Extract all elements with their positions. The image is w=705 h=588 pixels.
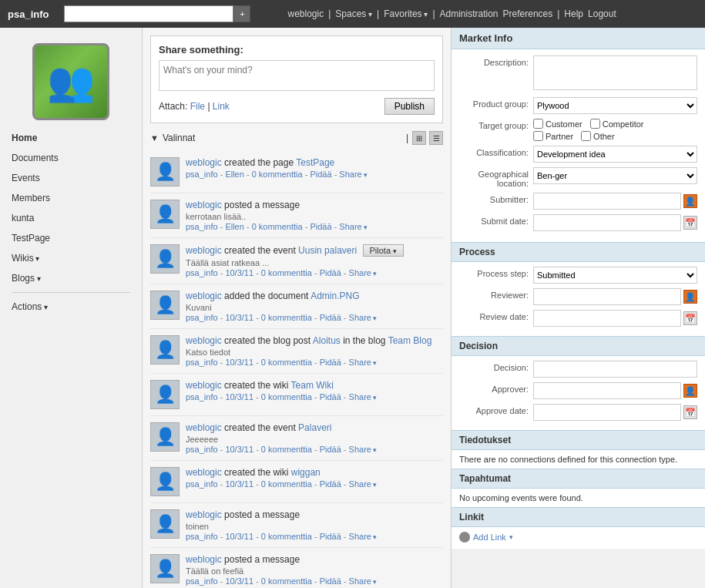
grid-view-icon[interactable]: ⊞ [412, 131, 426, 145]
nav-logout[interactable]: Logout [588, 8, 616, 19]
reviewer-input[interactable] [533, 288, 681, 305]
sidebar-item-home[interactable]: Home [0, 128, 142, 148]
target-link[interactable]: Uusin palaveri [298, 245, 357, 256]
pidaa-link[interactable]: Pidää [320, 268, 341, 277]
other-checkbox[interactable] [581, 131, 591, 141]
user-link[interactable]: weblogic [186, 335, 222, 346]
pidaa-link[interactable]: Pidää [320, 479, 341, 489]
customer-checkbox[interactable] [533, 119, 543, 129]
sidebar-item-wikis[interactable]: Wikis [0, 248, 142, 268]
comments-link[interactable]: 0 kommenttia [261, 358, 312, 367]
pidaa-link[interactable]: Pidää [320, 358, 341, 367]
date-link[interactable]: 10/3/11 [225, 313, 253, 322]
approve-date-calendar-icon[interactable]: 📅 [683, 405, 697, 419]
comments-link[interactable]: 0 kommenttia [261, 479, 312, 489]
target-link[interactable]: Aloitus [313, 335, 341, 346]
share-dropdown[interactable]: Share [349, 268, 378, 277]
publish-button[interactable]: Publish [384, 98, 435, 115]
share-dropdown[interactable]: Share [349, 445, 378, 454]
space-link[interactable]: psa_info [186, 445, 218, 454]
nav-favorites[interactable]: Favorites [384, 8, 428, 19]
pidaa-link[interactable]: Pidää [310, 170, 331, 179]
share-dropdown[interactable]: Share [339, 222, 368, 231]
share-dropdown[interactable]: Share [349, 479, 378, 489]
nav-weblogic[interactable]: weblogic [287, 8, 324, 19]
share-dropdown[interactable]: Share [339, 170, 368, 179]
sidebar-item-members[interactable]: Members [0, 188, 142, 208]
date-link[interactable]: 10/3/11 [225, 392, 253, 402]
target-link[interactable]: Palaveri [298, 422, 331, 433]
decision-input[interactable] [533, 361, 697, 378]
date-link[interactable]: 10/3/11 [225, 445, 253, 454]
link-link[interactable]: Link [213, 101, 230, 112]
user-link[interactable]: weblogic [186, 157, 222, 168]
target-link[interactable]: Admin.PNG [311, 291, 359, 301]
sidebar-item-testpage[interactable]: TestPage [0, 228, 142, 248]
pidaa-link[interactable]: Pidää [320, 392, 341, 402]
pidaa-link[interactable]: Pidää [320, 313, 341, 322]
classification-select[interactable]: Development idea [533, 146, 697, 163]
submit-date-calendar-icon[interactable]: 📅 [683, 216, 697, 230]
submitter-input[interactable] [533, 193, 681, 210]
nav-preferences[interactable]: Preferences [503, 8, 553, 19]
list-view-icon[interactable]: ☰ [429, 131, 443, 145]
date-link[interactable]: 10/3/11 [225, 576, 253, 586]
date-link[interactable]: 10/3/11 [225, 268, 253, 277]
target-link[interactable]: TestPage [296, 157, 334, 168]
space-link[interactable]: psa_info [186, 268, 218, 277]
blog-link[interactable]: Team Blog [388, 335, 432, 346]
sidebar-item-documents[interactable]: Documents [0, 148, 142, 168]
comments-link[interactable]: 0 kommenttia [252, 222, 303, 231]
space-link[interactable]: psa_info [186, 576, 218, 586]
nav-help[interactable]: Help [564, 8, 583, 19]
comments-link[interactable]: 0 kommenttia [261, 313, 312, 322]
share-dropdown[interactable]: Share [349, 313, 378, 322]
space-link[interactable]: psa_info [186, 222, 218, 231]
space-link[interactable]: psa_info [186, 392, 218, 402]
sidebar-item-actions[interactable]: Actions [0, 297, 142, 317]
nav-spaces[interactable]: Spaces [335, 8, 372, 19]
user-link[interactable]: weblogic [186, 380, 222, 391]
competitor-checkbox[interactable] [590, 119, 600, 129]
file-link[interactable]: File [190, 101, 205, 112]
partner-checkbox[interactable] [533, 131, 543, 141]
space-link[interactable]: psa_info [186, 532, 218, 541]
share-dropdown[interactable]: Share [349, 532, 378, 541]
add-link-button[interactable]: Add Link [459, 532, 513, 543]
description-input[interactable] [533, 55, 697, 90]
approve-date-input[interactable] [533, 404, 681, 421]
target-link[interactable]: wiggan [291, 467, 321, 478]
reviewer-person-icon[interactable]: 👤 [683, 290, 697, 304]
share-dropdown[interactable]: Share [349, 358, 378, 367]
date-link[interactable]: 10/3/11 [225, 532, 253, 541]
user-link[interactable]: weblogic [186, 422, 222, 433]
comments-link[interactable]: 0 kommenttia [252, 170, 303, 179]
product-group-select[interactable]: Plywood [533, 97, 697, 114]
user-link[interactable]: weblogic [186, 291, 222, 301]
search-button[interactable]: + [233, 5, 250, 22]
share-textarea[interactable] [159, 60, 435, 91]
space-link[interactable]: psa_info [186, 479, 218, 489]
pidaa-link[interactable]: Pidää [320, 445, 341, 454]
share-dropdown[interactable]: Share [349, 576, 378, 586]
pilot-button[interactable]: Pilota [363, 244, 404, 257]
sidebar-item-blogs[interactable]: Blogs [0, 268, 142, 288]
date-link[interactable]: 10/3/11 [225, 358, 253, 367]
pidaa-link[interactable]: Pidää [310, 222, 331, 231]
user-detail-link[interactable]: Ellen [225, 170, 243, 179]
pidaa-link[interactable]: Pidää [320, 576, 341, 586]
comments-link[interactable]: 0 kommenttia [261, 532, 312, 541]
target-link[interactable]: Team Wiki [291, 380, 334, 391]
comments-link[interactable]: 0 kommenttia [261, 445, 312, 454]
user-link[interactable]: weblogic [186, 509, 222, 520]
comments-link[interactable]: 0 kommenttia [261, 576, 312, 586]
user-link[interactable]: weblogic [186, 467, 222, 478]
submitter-person-icon[interactable]: 👤 [683, 194, 697, 208]
review-date-input[interactable] [533, 310, 681, 327]
comments-link[interactable]: 0 kommenttia [261, 268, 312, 277]
review-date-calendar-icon[interactable]: 📅 [683, 311, 697, 325]
submit-date-input[interactable] [533, 214, 681, 231]
pidaa-link[interactable]: Pidää [320, 532, 341, 541]
user-link[interactable]: weblogic [186, 554, 222, 565]
approver-input[interactable] [533, 382, 681, 399]
